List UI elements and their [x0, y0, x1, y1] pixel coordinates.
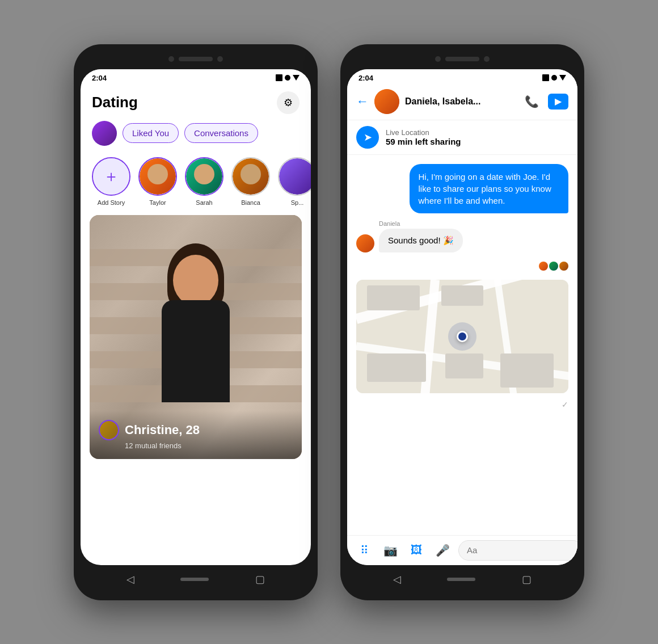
phone-2-screen: 2:04 ← Daniela, Isabela... 📞 ▶ [347, 69, 577, 565]
profile-name-row: Christine, 28 [99, 420, 293, 440]
phone-1-top-bar [81, 51, 311, 67]
user-avatar-tab [92, 121, 117, 146]
delivery-check: ✓ [356, 400, 568, 409]
add-story-label: Add Story [98, 199, 125, 206]
bianca-ring [231, 157, 270, 196]
story-add[interactable]: ＋ Add Story [92, 157, 130, 206]
read-receipt-3 [559, 262, 568, 271]
phone-2: 2:04 ← Daniela, Isabela... 📞 ▶ [340, 44, 584, 600]
contact-avatar [374, 89, 399, 114]
live-location-title: Live Location [386, 128, 461, 137]
bianca-label: Bianca [241, 199, 260, 206]
back-nav-button-2[interactable]: ◁ [393, 573, 401, 586]
status-icons-2 [542, 74, 566, 81]
live-location-subtitle: 59 min left sharing [386, 137, 461, 146]
camera-icon: 📷 [383, 544, 398, 557]
sent-text-1: Hi, I'm going on a date with Joe. I'd li… [419, 172, 551, 205]
profile-card[interactable]: Christine, 28 12 mutual friends [90, 215, 302, 459]
received-bubble-wrap-1: Sounds good! 🎉 [356, 229, 463, 252]
mic-icon: 🎤 [436, 544, 450, 557]
message-input[interactable] [458, 540, 577, 561]
sent-bubble-1: Hi, I'm going on a date with Joe. I'd li… [410, 164, 569, 213]
sp-ring [278, 157, 311, 196]
battery-icon-2 [542, 74, 549, 81]
front-camera-2b [484, 56, 490, 62]
map-container[interactable] [356, 280, 568, 393]
contact-name: Daniela, Isabela... [405, 96, 519, 107]
profile-mini-avatar [99, 420, 119, 440]
profile-name: Christine, 28 [125, 423, 200, 437]
profile-info: Christine, 28 12 mutual friends [90, 411, 302, 459]
home-nav-button-1[interactable] [180, 578, 209, 581]
sender-avatar-1 [356, 234, 374, 252]
status-icons-1 [276, 74, 300, 81]
front-camera-1 [168, 56, 174, 62]
volume-icon-1 [293, 75, 300, 81]
video-call-button[interactable]: ▶ [548, 94, 568, 110]
liked-you-tab[interactable]: Liked You [123, 123, 179, 143]
sender-name-1: Daniela [356, 220, 463, 227]
speaker-2 [445, 57, 479, 61]
header-action-icons: 📞 ▶ [525, 94, 568, 110]
photo-button[interactable]: 🖼 [406, 540, 427, 561]
location-arrow-icon: ➤ [364, 131, 372, 144]
apps-icon: ⠿ [360, 544, 369, 557]
camera-button[interactable]: 📷 [380, 540, 400, 561]
call-button[interactable]: 📞 [525, 95, 539, 108]
add-story-plus: ＋ [93, 158, 129, 195]
front-camera-1b [217, 56, 223, 62]
back-nav-button-1[interactable]: ◁ [126, 573, 134, 586]
back-button[interactable]: ← [356, 94, 369, 109]
story-bianca[interactable]: Bianca [231, 157, 270, 206]
read-receipts [356, 262, 568, 271]
read-receipt-1 [539, 262, 548, 271]
time-1: 2:04 [92, 74, 107, 82]
check-icon: ✓ [562, 400, 568, 409]
conversations-tab[interactable]: Conversations [184, 123, 258, 143]
story-sp[interactable]: Sp... [278, 157, 311, 206]
sent-message-1: Hi, I'm going on a date with Joe. I'd li… [410, 164, 569, 213]
messenger-header: ← Daniela, Isabela... 📞 ▶ [347, 85, 577, 120]
phone-1-screen: 2:04 Dating ⚙ Liked You Conversations [81, 69, 311, 565]
received-message-1: Daniela Sounds good! 🎉 [356, 220, 463, 252]
gear-icon: ⚙ [284, 96, 293, 109]
conversations-tab-label: Conversations [194, 128, 248, 138]
received-text-1: Sounds good! 🎉 [388, 235, 454, 245]
battery-icon-1 [276, 74, 282, 81]
taylor-label: Taylor [149, 199, 166, 206]
live-location-banner[interactable]: ➤ Live Location 59 min left sharing [347, 120, 577, 155]
sarah-ring [185, 157, 223, 196]
mic-button[interactable]: 🎤 [432, 540, 453, 561]
story-sarah[interactable]: Sarah [185, 157, 223, 206]
tabs-row: Liked You Conversations [81, 119, 311, 153]
sarah-label: Sarah [196, 199, 212, 206]
taylor-ring [138, 157, 177, 196]
status-bar-2: 2:04 [347, 69, 577, 85]
location-icon: ➤ [356, 126, 379, 149]
photo-icon: 🖼 [411, 544, 422, 557]
apps-button[interactable]: ⠿ [354, 540, 374, 561]
sp-label: Sp... [291, 199, 304, 206]
received-bubble-1: Sounds good! 🎉 [379, 229, 463, 252]
chat-area: Hi, I'm going on a date with Joe. I'd li… [347, 155, 577, 535]
front-camera-2 [435, 56, 441, 62]
recents-nav-button-2[interactable]: ▢ [522, 573, 532, 586]
stories-row: ＋ Add Story Taylor Sarah [81, 153, 311, 215]
read-receipt-2 [549, 262, 558, 271]
home-nav-button-2[interactable] [447, 578, 475, 581]
volume-icon-2 [559, 75, 566, 81]
speaker-1 [179, 57, 213, 61]
phone-2-top-bar [347, 51, 577, 67]
video-icon-symbol: ▶ [555, 96, 562, 107]
story-taylor[interactable]: Taylor [138, 157, 177, 206]
dating-header: Dating ⚙ [81, 85, 311, 119]
phone-2-nav-bar: ◁ ▢ [347, 565, 577, 594]
recents-nav-button-1[interactable]: ▢ [255, 573, 265, 586]
location-dot [457, 331, 468, 342]
status-bar-1: 2:04 [81, 69, 311, 85]
liked-tab-label: Liked You [132, 128, 169, 138]
live-location-text: Live Location 59 min left sharing [386, 128, 461, 146]
settings-button[interactable]: ⚙ [277, 91, 300, 114]
signal-icon-2 [551, 75, 557, 81]
dating-title: Dating [92, 94, 138, 111]
